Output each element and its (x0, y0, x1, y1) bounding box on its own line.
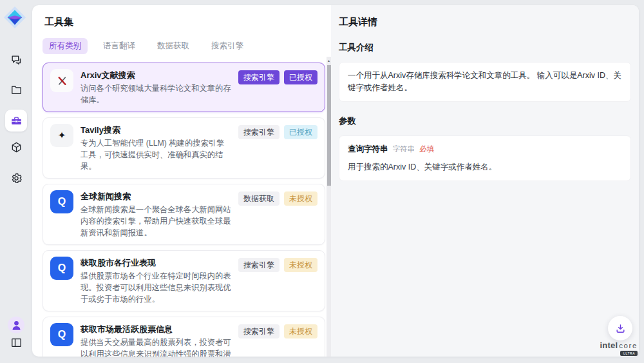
main-panel: 工具集 所有类别语言翻译数据获取搜索引擎 Arxiv文献搜索 访问各个研究领域大… (32, 5, 639, 357)
toolbox-icon (10, 115, 23, 127)
tool-name: 获取股市各行业表现 (80, 257, 231, 268)
sidebar-item-files[interactable] (5, 79, 27, 101)
sidebar-item-settings[interactable] (5, 167, 27, 189)
left-rail (0, 0, 32, 363)
tool-card[interactable]: Q 获取市场最活跃股票信息 提供当天交易量最高的股票列表，投资者可以利用这些信息… (43, 317, 325, 357)
ultra-badge: ULTRA (620, 351, 638, 356)
sidebar-item-tools[interactable] (5, 110, 27, 132)
category-tab[interactable]: 语言翻译 (97, 38, 142, 54)
category-tab[interactable]: 搜索引擎 (205, 38, 250, 54)
category-badge: 搜索引擎 (238, 70, 279, 84)
auth-status-badge: 未授权 (284, 258, 317, 272)
juhe-q-icon: Q (50, 190, 73, 213)
tool-description: 访问各个研究领域大量科学论文和文章的存储库。 (80, 83, 231, 106)
category-tab[interactable]: 所有类别 (43, 38, 88, 54)
toolset-panel: 工具集 所有类别语言翻译数据获取搜索引擎 Arxiv文献搜索 访问各个研究领域大… (32, 5, 331, 357)
sidebar-item-collapse[interactable] (5, 331, 27, 353)
params-heading: 参数 (339, 115, 631, 127)
gear-icon (10, 172, 23, 184)
intel-wordmark: intel (600, 340, 618, 350)
category-badge: 搜索引擎 (238, 125, 279, 139)
user-avatar-icon (10, 319, 23, 331)
tool-description: 提供股票市场各个行业在特定时间段内的表现。投资者可以利用这些信息来识别表现优于或… (80, 270, 231, 305)
auth-status-badge: 未授权 (284, 324, 317, 338)
tool-card[interactable]: Q 全球新闻搜索 全球新闻搜索是一个聚合全球各大新闻网站内容的搜索引擎，帮助用户… (43, 184, 325, 245)
param-type: 字符串 (393, 143, 415, 155)
tool-description: 专为人工智能代理 (LLM) 构建的搜索引擎工具，可快速提供实时、准确和真实的结… (80, 137, 231, 172)
details-title: 工具详情 (339, 16, 631, 28)
category-tabs: 所有类别语言翻译数据获取搜索引擎 (43, 38, 331, 54)
param-name: 查询字符串 (348, 143, 388, 155)
cube-icon (10, 141, 23, 153)
tool-description: 全球新闻搜索是一个聚合全球各大新闻网站内容的搜索引擎，帮助用户快速获取全球最新资… (80, 204, 231, 239)
tavily-star-icon: ✦ (50, 124, 73, 147)
intro-card: 一个用于从Arxiv存储库搜索科学论文和文章的工具。 输入可以是Arxiv ID… (339, 62, 631, 102)
auth-status-badge: 已授权 (284, 70, 317, 84)
list-scrollbar[interactable]: ▲ (327, 57, 331, 357)
juhe-q-icon: Q (50, 323, 73, 346)
layout-panel-icon (10, 337, 23, 349)
arxiv-x-icon (50, 69, 73, 92)
intel-core-logo: intel core ULTRA (600, 340, 638, 356)
tool-details-panel: 工具详情 工具介绍 一个用于从Arxiv存储库搜索科学论文和文章的工具。 输入可… (331, 5, 639, 357)
folder-icon (10, 84, 23, 96)
tool-description: 提供当天交易量最高的股票列表，投资者可以利用这些信息来识别流动性强的股票和潜在的… (80, 337, 231, 357)
tool-name: 获取市场最活跃股票信息 (80, 324, 231, 335)
tool-card[interactable]: Arxiv文献搜索 访问各个研究领域大量科学论文和文章的存储库。 搜索引擎 已授… (43, 63, 325, 112)
scrollbar-up-arrow-icon[interactable]: ▲ (327, 59, 331, 63)
category-badge: 搜索引擎 (238, 324, 279, 338)
tool-card[interactable]: Q 获取股市各行业表现 提供股票市场各个行业在特定时间段内的表现。投资者可以利用… (43, 250, 325, 311)
tool-list: Arxiv文献搜索 访问各个研究领域大量科学论文和文章的存储库。 搜索引擎 已授… (32, 63, 331, 357)
param-required-badge: 必填 (419, 143, 434, 155)
app-logo-diamond-icon (3, 5, 27, 30)
category-badge: 搜索引擎 (238, 258, 279, 272)
auth-status-badge: 未授权 (284, 191, 317, 206)
intro-heading: 工具介绍 (339, 42, 631, 54)
intro-text: 一个用于从Arxiv存储库搜索科学论文和文章的工具。 输入可以是Arxiv ID… (348, 71, 621, 92)
category-badge: 数据获取 (238, 191, 279, 206)
tool-name: 全球新闻搜索 (80, 191, 231, 202)
chat-icon (10, 54, 23, 66)
category-tab[interactable]: 数据获取 (151, 38, 196, 54)
download-icon (615, 323, 626, 334)
download-button[interactable] (608, 316, 632, 340)
sidebar-item-chat[interactable] (5, 49, 27, 71)
tool-name: Arxiv文献搜索 (80, 70, 231, 81)
sidebar-item-models[interactable] (5, 136, 27, 158)
toolset-title: 工具集 (44, 16, 331, 28)
core-wordmark: core (619, 342, 638, 349)
scrollbar-thumb[interactable] (327, 65, 331, 186)
juhe-q-icon: Q (50, 257, 73, 280)
param-description: 用于搜索的Arxiv ID、关键字或作者姓名。 (348, 161, 622, 173)
auth-status-badge: 已授权 (284, 125, 317, 139)
tool-name: Tavily搜索 (80, 124, 231, 135)
tool-card[interactable]: ✦ Tavily搜索 专为人工智能代理 (LLM) 构建的搜索引擎工具，可快速提… (43, 117, 325, 179)
param-card: 查询字符串 字符串 必填 用于搜索的Arxiv ID、关键字或作者姓名。 (339, 135, 631, 181)
